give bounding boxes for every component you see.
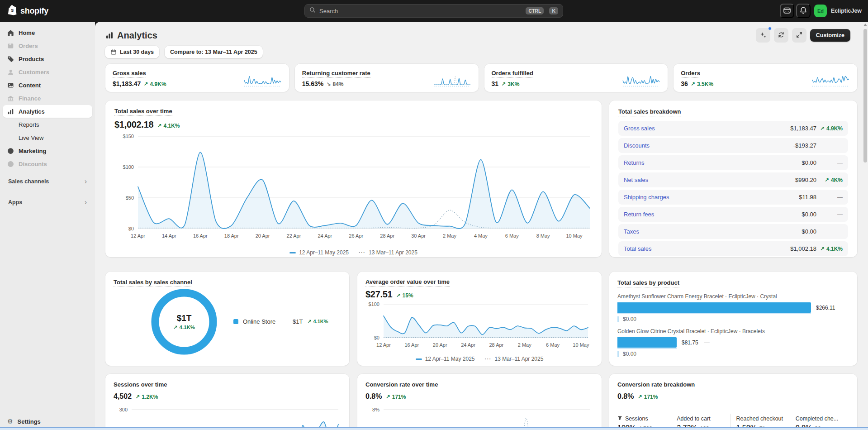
sidebar-item-settings[interactable]: ⚙ Settings [3, 415, 92, 428]
breakdown-row: Return fees $0.00 — [618, 207, 848, 222]
customize-button[interactable]: Customize [810, 29, 850, 42]
refresh-cycle-button[interactable] [774, 28, 788, 43]
kpi-title[interactable]: Orders [681, 70, 700, 78]
kpi-row: Gross sales $1,183.47 4.9K% Returning cu… [105, 64, 857, 92]
sidebar-item-analytics[interactable]: Analytics [3, 105, 92, 118]
scroll-up-arrow[interactable] [863, 24, 867, 26]
notifications-button[interactable] [796, 4, 811, 18]
kpi-title[interactable]: Orders fulfilled [492, 70, 533, 78]
conversion-value: 0.8% [365, 392, 382, 401]
svg-text:22 Apr: 22 Apr [287, 233, 301, 239]
breakdown-metric-link[interactable]: Discounts [624, 142, 793, 149]
breakdown-value: -$193.27 [793, 142, 816, 149]
sidebar-item-content[interactable]: Content [3, 79, 92, 91]
notification-dot [768, 27, 772, 30]
card-title[interactable]: Total sales breakdown [618, 108, 681, 116]
donut-chart[interactable]: $1T 4.1K% [147, 285, 221, 358]
account-menu[interactable]: Ed EclipticJew [814, 4, 862, 18]
insights-button[interactable] [756, 28, 770, 43]
sidebar-item-finance[interactable]: Finance [3, 92, 92, 105]
fullscreen-button[interactable] [792, 28, 806, 43]
breakdown-change: — [816, 229, 843, 235]
page-scrollbar[interactable] [863, 22, 868, 430]
sales-by-product-card: Total sales by product Amethyst Sunflowe… [609, 272, 857, 366]
svg-text:10 May: 10 May [566, 233, 583, 239]
card-title[interactable]: Average order value over time [365, 278, 450, 287]
product-name[interactable]: Golden Glow Citrine Crystal Bracelet · E… [617, 328, 849, 334]
sidekick-assistant-button[interactable] [780, 4, 794, 18]
filter-bar: Last 30 days Compare to: 13 Mar–11 Apr 2… [105, 46, 263, 58]
breakdown-value: $1,002.18 [790, 245, 816, 252]
kpi-value: 36 [681, 80, 688, 87]
card-title[interactable]: Total sales by product [617, 279, 679, 287]
sidebar-item-marketing[interactable]: Marketing [3, 144, 92, 157]
breakdown-metric-link[interactable]: Gross sales [624, 125, 790, 132]
sidebar-item-discounts[interactable]: Discounts [3, 158, 92, 170]
kpi-card-returning-customer-rate[interactable]: Returning customer rate 15.63% 84% [295, 64, 479, 92]
sidebar-item-products[interactable]: Products [3, 53, 92, 65]
product-name[interactable]: Amethyst Sunflower Charm Energy Bracelet… [617, 293, 849, 300]
breakdown-metric-link[interactable]: Returns [624, 159, 802, 166]
svg-text:12 Apr: 12 Apr [376, 342, 391, 348]
search-input[interactable]: Search CTRL K [304, 4, 563, 18]
breakdown-change: — [816, 160, 843, 166]
card-title[interactable]: Conversion rate over time [365, 381, 438, 389]
breakdown-value: $0.00 [802, 211, 816, 218]
product-bar[interactable] [617, 337, 677, 348]
conversion-rate-breakdown-card: Conversion rate breakdown 0.8% 171% Sess… [609, 374, 857, 430]
svg-text:28 Apr: 28 Apr [489, 342, 503, 348]
breakdown-metric-link[interactable]: Net sales [624, 177, 795, 183]
sidebar-item-live-view[interactable]: Live View [3, 131, 92, 144]
svg-text:$100: $100 [369, 301, 379, 307]
card-title[interactable]: Sessions over time [114, 381, 167, 389]
total-sales-chart[interactable]: $150$100$50$012 Apr14 Apr16 Apr18 Apr20 … [114, 132, 593, 246]
scrollbar-thumb[interactable] [863, 29, 867, 162]
svg-text:300: 300 [119, 407, 128, 412]
sidebar-group-sales-channels[interactable]: Sales channels › [5, 175, 90, 188]
svg-text:$100: $100 [123, 164, 134, 170]
aov-chart[interactable]: $100$012 Apr16 Apr20 Apr24 Apr28 Apr2 Ma… [365, 301, 592, 351]
kpi-card-orders-fulfilled[interactable]: Orders fulfilled 31 3K% [484, 64, 668, 92]
kpi-title[interactable]: Returning customer rate [302, 70, 370, 78]
svg-text:8%: 8% [372, 407, 379, 412]
kpi-card-orders[interactable]: Orders 36 3.5K% [674, 64, 857, 92]
sidebar-group-apps[interactable]: Apps › [5, 196, 90, 209]
compare-to-button[interactable]: Compare to: 13 Mar–11 Apr 2025 [165, 46, 263, 58]
product-compare-track [617, 348, 677, 349]
sidebar-item-reports[interactable]: Reports [3, 118, 92, 131]
svg-text:18 Apr: 18 Apr [224, 233, 239, 239]
kpi-card-gross-sales[interactable]: Gross sales $1,183.47 4.9K% [105, 64, 289, 92]
kpi-title[interactable]: Gross sales [113, 70, 146, 78]
shopify-logo[interactable]: S shopify [7, 5, 48, 18]
svg-text:20 Apr: 20 Apr [256, 233, 270, 239]
sidebar-item-home[interactable]: Home [3, 26, 92, 39]
conversion-breakdown-value: 0.8% [617, 392, 634, 401]
breakdown-metric-link[interactable]: Shipping charges [624, 194, 799, 201]
svg-text:30 Apr: 30 Apr [411, 233, 426, 239]
sessions-change: 1.2K% [135, 394, 158, 400]
svg-text:12 Apr: 12 Apr [131, 233, 145, 239]
total-sales-over-time-card: Total sales over time $1,002.18 4.1K% $1… [105, 100, 602, 257]
product-bar[interactable] [617, 302, 811, 313]
bottom-highlight-strip [0, 427, 868, 430]
svg-text:S: S [11, 8, 14, 13]
kpi-sparkline [433, 73, 471, 87]
sidebar-item-orders[interactable]: Orders [3, 39, 92, 52]
card-title[interactable]: Conversion rate breakdown [617, 381, 695, 389]
chevron-right-icon: › [85, 178, 87, 185]
sidebar-item-customers[interactable]: Customers [3, 66, 92, 78]
product-change: — [841, 305, 847, 311]
search-placeholder: Search [319, 8, 520, 14]
breakdown-metric-link[interactable]: Taxes [624, 228, 802, 235]
breakdown-metric-link[interactable]: Total sales [624, 245, 790, 252]
breakdown-value: $990.20 [795, 177, 816, 183]
svg-text:24 Apr: 24 Apr [318, 233, 332, 239]
breakdown-metric-link[interactable]: Return fees [624, 211, 802, 218]
conversion-chart[interactable]: 8% [365, 404, 594, 430]
date-range-button[interactable]: Last 30 days [105, 46, 159, 58]
magic-sparkle-icon [759, 31, 767, 40]
current-period-swatch [289, 252, 296, 253]
card-title[interactable]: Total sales over time [114, 108, 172, 116]
conversion-change: 171% [385, 394, 406, 400]
sessions-chart[interactable]: 300 [114, 404, 342, 430]
